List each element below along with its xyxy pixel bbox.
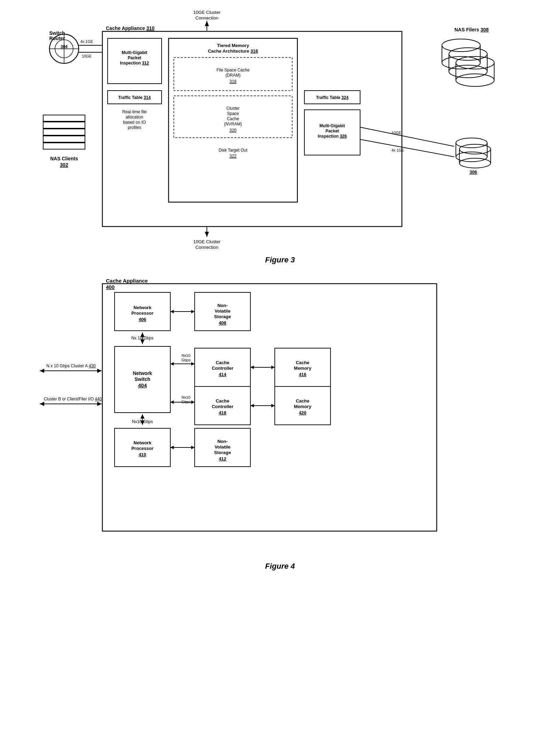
svg-text:Packet: Packet — [326, 129, 339, 133]
svg-text:Volatile: Volatile — [215, 444, 230, 450]
svg-text:Cache: Cache — [227, 116, 239, 121]
svg-marker-81 — [205, 232, 209, 237]
svg-marker-154 — [97, 369, 102, 373]
svg-rect-43 — [43, 122, 85, 128]
svg-text:410: 410 — [139, 452, 146, 457]
svg-marker-99 — [140, 339, 145, 344]
svg-text:Controller: Controller — [212, 404, 233, 409]
svg-text:322: 322 — [230, 154, 236, 159]
svg-marker-2 — [205, 21, 209, 26]
svg-text:Space: Space — [227, 111, 239, 116]
svg-text:Non-: Non- — [217, 303, 228, 308]
svg-text:Disk Target Out: Disk Target Out — [219, 148, 248, 153]
svg-point-70 — [459, 158, 491, 168]
svg-point-49 — [442, 39, 480, 52]
svg-text:(NVRAM): (NVRAM) — [224, 122, 242, 127]
svg-text:Network: Network — [133, 370, 152, 376]
svg-text:302: 302 — [60, 162, 68, 168]
svg-text:Memory: Memory — [294, 404, 312, 409]
svg-point-57 — [449, 65, 487, 78]
svg-text:File Space Cache: File Space Cache — [217, 68, 250, 72]
svg-rect-45 — [43, 136, 85, 142]
svg-text:Storage: Storage — [214, 314, 231, 319]
cache-appliance-400-label: Cache Appliance — [106, 278, 148, 284]
svg-text:Multi-Gigabit: Multi-Gigabit — [122, 50, 147, 55]
svg-text:408: 408 — [219, 320, 226, 325]
svg-text:412: 412 — [219, 456, 226, 461]
svg-point-54 — [449, 48, 487, 60]
svg-text:Cluster: Cluster — [226, 106, 240, 111]
svg-marker-109 — [170, 362, 174, 366]
figure3-svg: 10GE Cluster Connection Cache Appliance … — [36, 7, 524, 251]
svg-text:Router: Router — [49, 36, 65, 41]
svg-marker-159 — [40, 402, 44, 406]
svg-marker-147 — [170, 446, 174, 449]
svg-text:profiles: profiles — [128, 125, 141, 130]
svg-text:Processor: Processor — [131, 446, 154, 451]
connection-top-label: 10GE Cluster — [193, 10, 221, 15]
svg-text:418: 418 — [219, 410, 226, 415]
svg-text:Switch: Switch — [134, 376, 150, 382]
svg-text:Real-time file: Real-time file — [122, 109, 147, 114]
svg-text:320: 320 — [230, 128, 236, 133]
svg-rect-42 — [43, 115, 85, 121]
svg-point-61 — [456, 74, 494, 86]
svg-marker-120 — [271, 366, 275, 369]
svg-marker-140 — [140, 414, 145, 419]
svg-marker-90 — [191, 310, 195, 313]
svg-text:Traffic Table 314: Traffic Table 314 — [118, 95, 150, 100]
svg-line-76 — [360, 127, 454, 146]
svg-rect-44 — [43, 129, 85, 135]
svg-text:414: 414 — [219, 372, 226, 377]
svg-text:Inspection 326: Inspection 326 — [318, 134, 347, 139]
svg-text:Inspection 312: Inspection 312 — [120, 61, 149, 66]
figure4-svg: Cache Appliance 400 Network Processor 40… — [36, 278, 524, 557]
svg-text:NAS Filers 308: NAS Filers 308 — [454, 27, 489, 32]
svg-text:4x 1GE: 4x 1GE — [391, 148, 404, 152]
svg-point-67 — [459, 144, 491, 154]
svg-text:Tiered Memory: Tiered Memory — [217, 43, 249, 48]
svg-marker-113 — [191, 400, 195, 404]
svg-text:404: 404 — [138, 382, 147, 388]
svg-marker-114 — [170, 400, 174, 404]
svg-text:10GE: 10GE — [82, 54, 92, 58]
svg-text:Network: Network — [133, 305, 151, 310]
svg-rect-84 — [102, 284, 437, 531]
svg-text:306: 306 — [469, 169, 477, 175]
svg-text:Nx10: Nx10 — [181, 353, 190, 358]
svg-text:10GE: 10GE — [391, 131, 401, 135]
svg-text:406: 406 — [139, 317, 146, 322]
svg-text:Gbps: Gbps — [181, 358, 191, 362]
svg-text:(DRAM): (DRAM) — [225, 73, 240, 78]
figure4-title: Figure 4 — [36, 562, 524, 571]
svg-text:Cache: Cache — [296, 360, 309, 365]
svg-marker-100 — [140, 332, 145, 337]
svg-text:NAS Clients: NAS Clients — [50, 156, 78, 161]
svg-text:Cache: Cache — [296, 398, 309, 404]
svg-text:416: 416 — [299, 372, 306, 377]
svg-marker-108 — [191, 362, 195, 366]
svg-text:Cache Architecture 316: Cache Architecture 316 — [208, 48, 258, 54]
svg-text:Non-: Non- — [217, 439, 228, 444]
svg-text:Packet: Packet — [128, 55, 141, 60]
figure4-container: Cache Appliance 400 Network Processor 40… — [36, 278, 524, 571]
svg-text:Multi-Gigabit: Multi-Gigabit — [319, 123, 345, 128]
svg-text:Processor: Processor — [131, 311, 154, 316]
figure3-title: Figure 3 — [36, 255, 524, 265]
svg-text:Storage: Storage — [214, 450, 231, 455]
svg-text:4x 1GE: 4x 1GE — [80, 39, 93, 44]
svg-text:based on IO: based on IO — [123, 120, 146, 125]
svg-text:304: 304 — [61, 44, 68, 49]
svg-text:Traffic Table 324: Traffic Table 324 — [316, 95, 348, 100]
svg-text:N x 10 Gbps Cluster A 430: N x 10 Gbps Cluster A 430 — [46, 363, 96, 368]
svg-text:Network: Network — [133, 440, 151, 445]
svg-text:Connection: Connection — [195, 245, 218, 250]
svg-text:Switch: Switch — [49, 30, 65, 36]
svg-rect-46 — [43, 143, 85, 149]
cache-appliance-400-num: 400 — [106, 284, 115, 290]
svg-marker-155 — [40, 369, 44, 373]
svg-text:Connection: Connection — [195, 15, 218, 21]
svg-marker-158 — [97, 402, 102, 406]
svg-text:allocation: allocation — [126, 115, 143, 120]
svg-text:420: 420 — [299, 410, 306, 415]
